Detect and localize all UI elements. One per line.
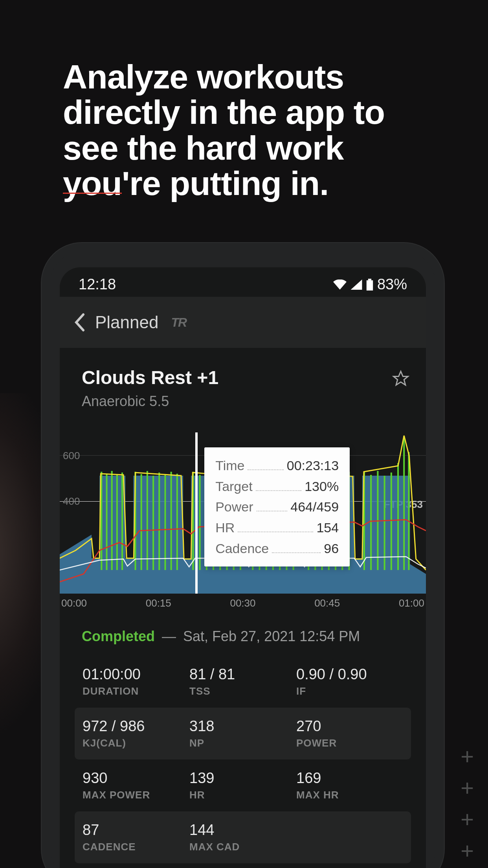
app-header: Planned TR xyxy=(60,297,426,348)
metric-row: 87CADENCE 144MAX CAD xyxy=(75,811,411,863)
metric-row: 972 / 986KJ(CAL) 318NP 270POWER xyxy=(75,708,411,760)
battery-icon xyxy=(366,279,373,291)
header-title[interactable]: Planned xyxy=(95,313,158,332)
metric-row: 01:00:00DURATION 81 / 81TSS 0.90 / 0.90I… xyxy=(75,656,411,708)
plus-icon: + xyxy=(460,806,474,832)
tr-logo-icon: TR xyxy=(171,315,186,330)
workout-subtitle: Anaerobic 5.5 xyxy=(82,393,218,410)
headline-underline xyxy=(63,193,122,194)
plus-icon: + xyxy=(460,743,474,769)
cell-signal-icon xyxy=(350,280,362,290)
completion-status: Completed xyxy=(82,628,155,644)
svg-rect-1 xyxy=(367,280,373,291)
phone-frame: 12:18 83% Planned TR Clouds Rest +1 Anae… xyxy=(50,252,435,868)
battery-percent: 83% xyxy=(377,276,407,293)
chart-scrubber[interactable] xyxy=(195,432,198,594)
workout-title: Clouds Rest +1 xyxy=(82,367,218,388)
workout-chart[interactable]: 600 400 FTP 353 xyxy=(60,428,426,609)
chart-x-axis: 00:00 00:15 00:30 00:45 01:00 xyxy=(60,592,426,609)
back-icon[interactable] xyxy=(74,313,85,332)
metrics-grid: 01:00:00DURATION 81 / 81TSS 0.90 / 0.90I… xyxy=(60,656,426,863)
chart-tooltip: Time00:23:13 Target130% Power464/459 HR1… xyxy=(204,447,350,566)
status-bar: 12:18 83% xyxy=(60,267,426,297)
completion-date: Sat, Feb 27, 2021 12:54 PM xyxy=(183,628,360,644)
phone-screen: 12:18 83% Planned TR Clouds Rest +1 Anae… xyxy=(60,267,426,868)
marketing-headline: Analyze workouts directly in the app to … xyxy=(63,59,409,201)
metric-row: 930MAX POWER 139HR 169MAX HR xyxy=(75,760,411,811)
plus-icon: + xyxy=(460,837,474,864)
completion-row: Completed—Sat, Feb 27, 2021 12:54 PM xyxy=(60,609,426,656)
status-time: 12:18 xyxy=(79,276,116,293)
plus-icon: + xyxy=(460,774,474,801)
favorite-star-icon[interactable] xyxy=(392,370,409,387)
svg-rect-0 xyxy=(368,279,371,280)
wifi-icon xyxy=(333,280,347,290)
